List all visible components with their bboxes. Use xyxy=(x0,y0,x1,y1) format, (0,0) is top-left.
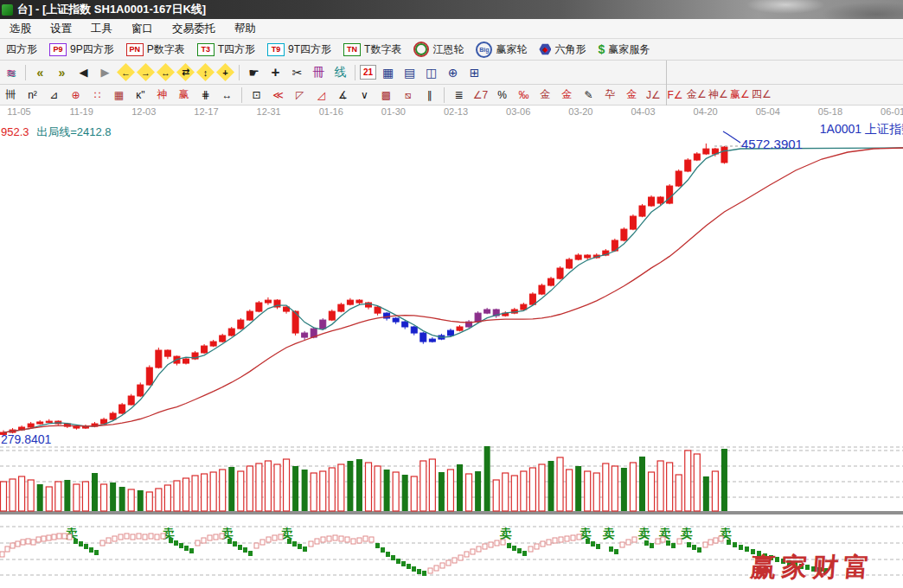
wave-mark xyxy=(214,534,218,540)
menu-help[interactable]: 帮助 xyxy=(225,19,266,38)
measure-cut-tool-button[interactable]: ✂ xyxy=(287,64,307,81)
winner-wheel-button[interactable]: Big赢家轮 xyxy=(470,39,533,60)
shift-right-button[interactable]: → xyxy=(137,63,155,81)
percent-lines-tool[interactable]: ‰ xyxy=(513,87,535,103)
gann-pattern-tool-button[interactable]: 冊 xyxy=(309,64,329,81)
expand-v-button[interactable]: ↕ xyxy=(196,63,215,81)
hand-tool-button[interactable]: ☛ xyxy=(244,64,264,81)
shen-lines-tool[interactable]: 神 xyxy=(151,87,173,103)
wave-mark xyxy=(369,537,374,542)
candle-body xyxy=(238,320,244,329)
expand-h-button[interactable]: ↔ xyxy=(157,63,175,81)
winner-service-button[interactable]: $赢家服务 xyxy=(592,39,656,60)
ruler-123-tool[interactable]: ⋕ xyxy=(195,87,216,103)
prev-bar-button[interactable]: ◀ xyxy=(74,64,93,81)
gold-underline-tool[interactable]: 金 xyxy=(621,87,643,103)
zoom-all-button[interactable]: + xyxy=(216,63,234,81)
shift-left-button[interactable]: ← xyxy=(117,63,135,81)
volume-bar xyxy=(10,479,16,511)
fan-box-tool[interactable]: ◸ xyxy=(289,87,311,103)
compress-h-button[interactable]: ⇄ xyxy=(176,63,195,81)
wave-mark xyxy=(471,549,475,554)
zigzag-tool[interactable]: ∨ xyxy=(354,87,375,103)
dot-grid-tool[interactable]: ∷ xyxy=(86,87,108,103)
wave-mark xyxy=(118,534,123,540)
square-chart-button[interactable]: 四方形 xyxy=(0,39,43,60)
t-number-table-button[interactable]: TNT数字表 xyxy=(337,39,407,60)
span-arrow-tool[interactable]: ↔ xyxy=(216,87,238,103)
box-grid-tool[interactable]: ▦ xyxy=(108,87,130,103)
gold-angle-tool[interactable]: 金∠ xyxy=(686,87,708,103)
calculator-button[interactable]: ▦ xyxy=(378,64,398,81)
gann-wheel-button[interactable]: 江恩轮 xyxy=(407,39,470,60)
crosshair-tool-button[interactable]: + xyxy=(266,64,285,81)
t-square-button[interactable]: T3T四方形 xyxy=(191,39,261,60)
candle-body xyxy=(247,311,253,320)
9t-square-button[interactable]: T99T四方形 xyxy=(261,39,337,60)
menu-stock-picking[interactable]: 选股 xyxy=(0,19,41,38)
last-bar-button[interactable]: » xyxy=(52,64,72,81)
p-number-table-button-label: P数字表 xyxy=(147,42,185,57)
kline-plot[interactable]: 卖卖卖卖卖卖卖卖卖卖卖 xyxy=(0,119,903,588)
calendar-button[interactable]: 21 xyxy=(360,65,376,80)
volume-bar xyxy=(493,480,499,511)
ying-lines-tool[interactable]: 赢 xyxy=(173,87,195,103)
wave-mark xyxy=(412,566,416,572)
volume-bar xyxy=(128,489,134,511)
wave-mark xyxy=(719,536,723,541)
angle-7-tool[interactable]: ∠7 xyxy=(470,87,491,103)
menu-settings[interactable]: 设置 xyxy=(41,19,81,38)
shen-angle-tool[interactable]: 神∠ xyxy=(708,87,729,103)
menu-trade-order[interactable]: 交易委托 xyxy=(163,19,225,38)
volume-bar xyxy=(612,466,618,511)
save-button[interactable]: ◫ xyxy=(421,64,441,81)
scale-list-tool[interactable]: ≣ xyxy=(448,87,470,103)
wave-mark xyxy=(671,543,676,548)
si-angle-tool[interactable]: 四∠ xyxy=(751,87,772,103)
gold-circle-tool[interactable]: 金 xyxy=(535,87,556,103)
volume-bar xyxy=(356,459,362,511)
grid-diag-tool[interactable]: ⧅ xyxy=(397,87,419,103)
chart-area[interactable]: 卖卖卖卖卖卖卖卖卖卖卖 952.3 出局线=2412.8 1A0001 上证指数… xyxy=(0,119,903,588)
wave-mark xyxy=(112,536,117,541)
fan-fill-tool[interactable]: ◿ xyxy=(311,87,332,103)
next-bar-button[interactable]: ▶ xyxy=(95,64,115,81)
rect-box-tool[interactable]: ⊡ xyxy=(246,87,267,103)
hexagon-button[interactable]: ◆六角形 xyxy=(533,39,592,60)
wave-mark xyxy=(321,537,325,542)
k-mark-tool[interactable]: ĸ" xyxy=(130,87,151,103)
network-button[interactable]: ⊕ xyxy=(443,64,463,81)
angle-ruler-tool[interactable]: ⊿ xyxy=(43,87,65,103)
brush-tool[interactable]: ✎ xyxy=(578,87,599,103)
comb-tool[interactable]: 卌 xyxy=(0,87,22,103)
gold-lines-tool[interactable]: 金 xyxy=(556,87,578,103)
wave-mark xyxy=(396,559,400,564)
candle-body xyxy=(557,268,563,278)
ying-angle-tool[interactable]: 赢∠ xyxy=(729,87,751,103)
print-button[interactable]: ⊞ xyxy=(464,64,484,81)
first-bar-button[interactable]: « xyxy=(30,64,50,81)
menu-window[interactable]: 窗口 xyxy=(122,19,163,38)
gann-circle-tool[interactable]: ⊕ xyxy=(65,87,86,103)
chart-lines-icon[interactable]: ≋ xyxy=(1,64,21,81)
candle-body xyxy=(210,342,216,346)
gann-fan-tool[interactable]: ≪ xyxy=(267,87,289,103)
gann-box2-tool[interactable]: 卆 xyxy=(599,87,621,103)
p-number-table-button[interactable]: PNP数字表 xyxy=(120,39,191,60)
9p-square-button[interactable]: P99P四方形 xyxy=(43,39,120,60)
notes-button[interactable]: ▤ xyxy=(400,64,419,81)
f-angle-tool[interactable]: F∠ xyxy=(664,87,686,103)
comb-n2-tool[interactable]: n² xyxy=(22,87,43,103)
grid-dot-tool[interactable]: ▩ xyxy=(375,87,397,103)
volume-bar xyxy=(347,461,353,511)
j-angle-tool[interactable]: J∠ xyxy=(643,87,664,103)
date-tick: 12-31 xyxy=(250,106,288,117)
percent-tool[interactable]: % xyxy=(491,87,513,103)
trend-fan-tool[interactable]: ∡ xyxy=(332,87,354,103)
wave-mark xyxy=(489,542,493,547)
parallel-lines-tool[interactable]: ∥ xyxy=(419,87,440,103)
wave-mark xyxy=(106,538,111,543)
menu-tools[interactable]: 工具 xyxy=(81,19,122,38)
wave-mark xyxy=(339,536,343,541)
trend-line-tool-button[interactable]: 线 xyxy=(330,64,350,81)
